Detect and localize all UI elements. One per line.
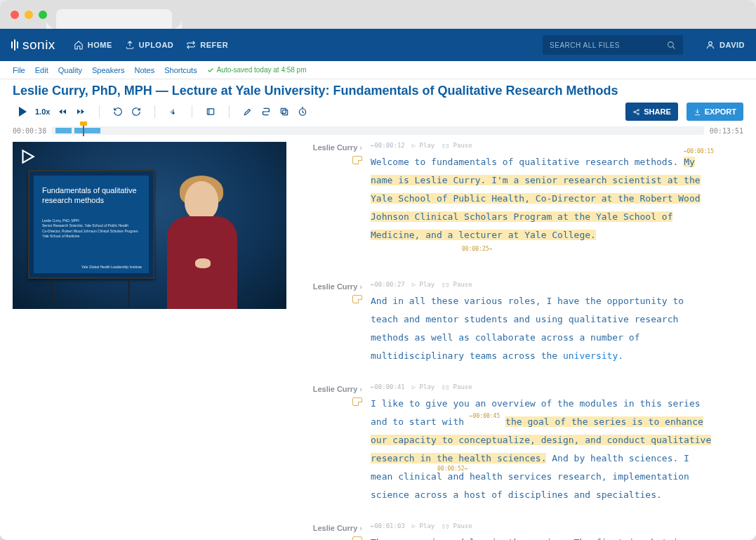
- upload-icon: [125, 40, 135, 50]
- note-icon[interactable]: [352, 536, 362, 540]
- note-icon[interactable]: [352, 397, 362, 406]
- top-nav: sonix HOME UPLOAD REFER: [0, 29, 756, 61]
- segment-controls: ←00:00:27 ▷ Play ▯▯ Pause: [371, 281, 714, 288]
- menu-shortcuts[interactable]: Shortcuts: [164, 66, 197, 74]
- segment-text[interactable]: And in all these various roles, I have t…: [371, 292, 714, 365]
- segment-pause[interactable]: ▯▯ Pause: [442, 281, 472, 288]
- nav-home[interactable]: HOME: [74, 40, 112, 50]
- speaker-label[interactable]: Leslie Curry: [300, 282, 362, 291]
- toolbar: 1.0x: [0, 98, 756, 125]
- nav-upload[interactable]: UPLOAD: [125, 40, 173, 50]
- segment-text[interactable]: I like to give you an overview of the mo…: [371, 395, 714, 504]
- copy-button[interactable]: [276, 103, 293, 120]
- maximize-window-icon[interactable]: [39, 11, 47, 19]
- speaker-label[interactable]: Leslie Curry: [300, 385, 362, 393]
- menu-edit[interactable]: Edit: [35, 66, 48, 74]
- segment-play[interactable]: ▷ Play: [412, 142, 435, 149]
- highlight-button[interactable]: [239, 103, 256, 120]
- segment-controls: ←00:00:12 ▷ Play ▯▯ Pause: [371, 142, 714, 149]
- refer-icon: [186, 40, 196, 50]
- menu-file[interactable]: File: [13, 66, 25, 74]
- svg-rect-3: [208, 109, 214, 114]
- presentation-slide: Fundamentals of qualitative research met…: [28, 170, 154, 279]
- segment-text[interactable]: There are six modules in the series. The…: [371, 534, 714, 540]
- user-icon: [705, 40, 715, 50]
- svg-point-2: [173, 112, 175, 114]
- transcript-pane: Leslie Curry ←00:00:12 ▷ Play ▯▯ Pause →…: [286, 139, 756, 540]
- segment-controls: ←00:00:41 ▷ Play ▯▯ Pause: [371, 383, 714, 390]
- note-icon[interactable]: [352, 156, 362, 164]
- brand-logo[interactable]: sonix: [11, 37, 55, 53]
- play-overlay-icon[interactable]: [18, 147, 37, 166]
- thermometer-button[interactable]: [165, 103, 182, 120]
- browser-tab[interactable]: [56, 9, 172, 29]
- menu-speakers[interactable]: Speakers: [92, 66, 124, 74]
- slide-title: Fundamentals of qualitative research met…: [42, 185, 140, 206]
- timeline-cursor[interactable]: [83, 125, 84, 136]
- transcript-segment: Leslie Curry ←00:00:27 ▷ Play ▯▯ Pause A…: [300, 281, 714, 365]
- timestamp-tag: →00:00:15: [684, 146, 714, 157]
- timeline-track[interactable]: [52, 126, 704, 135]
- presenter-figure: [160, 169, 244, 309]
- svg-point-1: [709, 41, 712, 45]
- timeline-duration: 00:13:51: [710, 127, 743, 135]
- segment-controls: ←00:01:03 ▷ Play ▯▯ Pause: [371, 522, 714, 529]
- menu-notes[interactable]: Notes: [134, 66, 154, 74]
- speaker-label[interactable]: Leslie Curry: [300, 524, 362, 532]
- window-controls: [8, 11, 47, 19]
- rewind-button[interactable]: [54, 103, 71, 120]
- nav-refer[interactable]: REFER: [186, 40, 228, 50]
- menu-quality[interactable]: Quality: [58, 66, 82, 74]
- timeline-current: 00:00:38: [13, 127, 46, 135]
- play-button[interactable]: [14, 103, 31, 120]
- share-button[interactable]: SHARE: [625, 103, 678, 121]
- transcript-segment: Leslie Curry ←00:00:41 ▷ Play ▯▯ Pause I…: [300, 383, 714, 504]
- document-title: Leslie Curry, PhD, MPH — Lecture at Yale…: [13, 84, 743, 98]
- segment-play[interactable]: ▷ Play: [412, 522, 435, 529]
- segment-timestamp: ←00:00:12: [371, 142, 405, 149]
- timeline: 00:00:38 00:13:51: [0, 125, 756, 139]
- redo-button[interactable]: [128, 103, 145, 120]
- check-icon: [207, 67, 214, 74]
- svg-point-0: [668, 41, 674, 47]
- strikethrough-button[interactable]: [258, 103, 274, 120]
- speaker-label[interactable]: Leslie Curry: [300, 143, 362, 152]
- segment-pause[interactable]: ▯▯ Pause: [442, 142, 472, 149]
- timestamp-tag: ←00:00:45: [470, 413, 500, 419]
- segment-pause[interactable]: ▯▯ Pause: [442, 383, 472, 390]
- dictionary-button[interactable]: [202, 103, 219, 120]
- menu-bar: File Edit Quality Speakers Notes Shortcu…: [0, 61, 756, 79]
- search-input[interactable]: [550, 41, 667, 49]
- home-icon: [74, 40, 84, 50]
- browser-chrome: [0, 0, 756, 29]
- minimize-window-icon[interactable]: [25, 11, 33, 19]
- linked-word[interactable]: university.: [563, 350, 623, 361]
- segment-timestamp: ←00:01:03: [371, 522, 405, 529]
- close-window-icon[interactable]: [11, 11, 19, 19]
- user-menu[interactable]: DAVID: [705, 40, 745, 50]
- nav-links: HOME UPLOAD REFER: [74, 40, 228, 50]
- segment-play[interactable]: ▷ Play: [412, 281, 435, 288]
- svg-rect-4: [283, 110, 288, 115]
- forward-button[interactable]: [72, 103, 89, 120]
- segment-text[interactable]: →00:00:15 Welcome to fundamentals of qua…: [371, 153, 714, 263]
- main-body: Fundamentals of qualitative research met…: [0, 139, 756, 540]
- segment-pause[interactable]: ▯▯ Pause: [442, 522, 472, 529]
- undo-button[interactable]: [110, 103, 126, 120]
- segment-timestamp: ←00:00:27: [371, 281, 405, 288]
- segment-play[interactable]: ▷ Play: [412, 383, 435, 390]
- autosave-status: Auto-saved today at 4:58 pm: [207, 66, 307, 74]
- brand-text: sonix: [22, 37, 55, 53]
- timestamp-button[interactable]: [294, 103, 311, 120]
- search-box[interactable]: [543, 35, 683, 55]
- svg-rect-5: [281, 108, 286, 113]
- note-icon[interactable]: [352, 295, 362, 303]
- export-button[interactable]: EXPORT: [687, 103, 743, 121]
- transcript-segment: Leslie Curry ←00:00:12 ▷ Play ▯▯ Pause →…: [300, 142, 714, 263]
- timestamp-tag: 00:00:25→: [462, 246, 492, 252]
- video-player[interactable]: Fundamentals of qualitative research met…: [13, 142, 286, 309]
- download-icon: [694, 108, 701, 116]
- playback-speed[interactable]: 1.0x: [32, 107, 53, 116]
- title-bar: Leslie Curry, PhD, MPH — Lecture at Yale…: [0, 79, 756, 98]
- video-pane: Fundamentals of qualitative research met…: [0, 139, 286, 540]
